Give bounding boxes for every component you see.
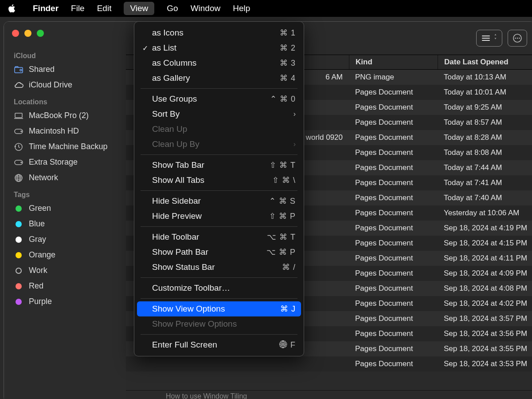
- chevron-updown-icon: ˄˅: [494, 35, 497, 42]
- menu-item-as-columns[interactable]: as Columns⌘ 3: [134, 55, 304, 71]
- menu-item-hide-sidebar[interactable]: Hide Sidebar⌃ ⌘ S: [134, 194, 304, 209]
- cell-kind: Pages Document: [349, 359, 438, 368]
- table-row[interactable]: Pages DocumentSep 18, 2024 at 3:53 PM: [126, 356, 532, 371]
- sidebar-item-green[interactable]: Green: [4, 201, 126, 216]
- sidebar-item-shared[interactable]: Shared: [4, 62, 126, 77]
- sidebar-item-time-machine-backup[interactable]: Time Machine Backup: [4, 139, 126, 154]
- more-button[interactable]: [508, 30, 527, 47]
- menu-item-label: Hide Preview: [152, 211, 269, 221]
- window-controls: [12, 30, 44, 37]
- tag-dot-icon: [14, 221, 23, 227]
- tag-dot-icon: [14, 299, 23, 305]
- menu-item-show-view-options[interactable]: Show View Options⌘ J: [137, 301, 301, 316]
- menu-item-sort-by[interactable]: Sort By›: [134, 107, 304, 122]
- sidebar-item-macintosh-hd[interactable]: Macintosh HD: [4, 123, 126, 139]
- menu-item-label: Show Preview Options: [152, 319, 296, 329]
- view-mode-button[interactable]: ˄˅: [476, 30, 502, 47]
- cell-kind: Pages Document: [349, 148, 438, 157]
- menubar-item-window[interactable]: Window: [191, 4, 221, 13]
- menubar: FinderFileEditViewGoWindowHelp: [0, 0, 532, 17]
- sidebar-item-label: Purple: [29, 297, 52, 306]
- cell-opened: Today at 10:01 AM: [438, 88, 532, 97]
- menubar-item-file[interactable]: File: [71, 4, 85, 13]
- sidebar-item-orange[interactable]: Orange: [4, 247, 126, 263]
- sidebar-item-macbook-pro-2-[interactable]: MacBook Pro (2): [4, 108, 126, 123]
- menu-item-label: Show Path Bar: [152, 247, 266, 257]
- cell-opened: Sep 18, 2024 at 3:57 PM: [438, 314, 532, 323]
- menu-shortcut: ⌘ 4: [280, 73, 296, 83]
- cell-kind: PNG image: [349, 73, 438, 82]
- cell-opened: Sep 18, 2024 at 3:56 PM: [438, 329, 532, 338]
- svg-rect-2: [15, 113, 22, 118]
- minimize-button[interactable]: [24, 30, 31, 37]
- network-icon: [14, 174, 23, 182]
- menu-item-use-groups[interactable]: Use Groups⌃ ⌘ 0: [134, 91, 304, 107]
- menu-item-as-gallery[interactable]: as Gallery⌘ 4: [134, 71, 304, 86]
- close-button[interactable]: [12, 30, 19, 37]
- menu-item-label: Sort By: [152, 109, 293, 119]
- sidebar-item-blue[interactable]: Blue: [4, 216, 126, 232]
- sidebar-item-extra-storage[interactable]: Extra Storage: [4, 154, 126, 170]
- menu-item-hide-toolbar[interactable]: Hide Toolbar⌥ ⌘ T: [134, 229, 304, 245]
- cloud-icon: [14, 82, 23, 89]
- menu-item-label: Show Tab Bar: [152, 160, 270, 170]
- menubar-item-edit[interactable]: Edit: [97, 4, 112, 13]
- menu-item-as-icons[interactable]: as Icons⌘ 1: [134, 25, 304, 40]
- cell-opened: Sep 18, 2024 at 3:53 PM: [438, 359, 532, 368]
- svg-point-7: [21, 162, 22, 163]
- menu-item-customize-toolbar-[interactable]: Customize Toolbar…: [134, 280, 304, 296]
- menu-item-enter-full-screen[interactable]: Enter Full Screen🌐︎ F: [134, 337, 304, 352]
- menubar-item-finder[interactable]: Finder: [33, 4, 59, 13]
- menu-item-label: Show Status Bar: [152, 262, 282, 272]
- menu-item-show-path-bar[interactable]: Show Path Bar⌥ ⌘ P: [134, 245, 304, 260]
- menu-item-clean-up-by: Clean Up By›: [134, 137, 304, 152]
- tag-dot-icon: [14, 237, 23, 243]
- menu-item-as-list[interactable]: ✓as List⌘ 2: [134, 40, 304, 55]
- menu-item-show-preview-options: Show Preview Options: [134, 316, 304, 332]
- menu-item-show-all-tabs[interactable]: Show All Tabs⇧ ⌘ \: [134, 173, 304, 188]
- cell-kind: Pages Document: [349, 254, 438, 263]
- external-icon: [14, 159, 23, 166]
- menu-item-hide-preview[interactable]: Hide Preview⇧ ⌘ P: [134, 209, 304, 224]
- menu-item-label: Clean Up: [152, 124, 296, 134]
- sidebar-item-label: Work: [29, 266, 47, 275]
- sidebar-item-icloud-drive[interactable]: iCloud Drive: [4, 77, 126, 93]
- laptop-icon: [14, 112, 23, 119]
- sidebar-section-icloud: iCloud: [4, 47, 126, 62]
- cell-kind: Pages Document: [349, 239, 438, 248]
- column-header-kind[interactable]: Kind: [349, 55, 438, 69]
- sidebar-item-red[interactable]: Red: [4, 278, 126, 294]
- menu-item-label: Hide Sidebar: [152, 196, 269, 206]
- checkmark-icon: ✓: [142, 44, 152, 52]
- sidebar-item-label: Green: [29, 204, 51, 213]
- menubar-item-go[interactable]: Go: [167, 4, 178, 13]
- zoom-button[interactable]: [37, 30, 44, 37]
- sidebar: iCloudSharediCloud DriveLocationsMacBook…: [4, 22, 126, 399]
- apple-logo-icon[interactable]: [8, 4, 16, 13]
- menu-item-show-status-bar[interactable]: Show Status Bar⌘ /: [134, 260, 304, 275]
- sidebar-item-work[interactable]: Work: [4, 263, 126, 278]
- menu-item-label: Clean Up By: [152, 139, 293, 149]
- menu-shortcut: ⌃ ⌘ 0: [270, 94, 296, 104]
- menubar-item-help[interactable]: Help: [233, 4, 250, 13]
- menu-item-label: as Icons: [152, 28, 280, 38]
- sidebar-item-purple[interactable]: Purple: [4, 294, 126, 309]
- menu-shortcut: ⇧ ⌘ P: [269, 211, 296, 221]
- list-icon: [482, 36, 490, 41]
- cell-kind: Pages Document: [349, 194, 438, 202]
- cell-opened: Today at 8:57 AM: [438, 118, 532, 127]
- sidebar-item-label: iCloud Drive: [29, 80, 72, 90]
- menu-shortcut: 🌐︎ F: [279, 340, 296, 350]
- sidebar-item-gray[interactable]: Gray: [4, 232, 126, 247]
- menubar-item-view[interactable]: View: [124, 2, 154, 15]
- cell-kind: Pages Document: [349, 103, 438, 112]
- column-header-opened[interactable]: Date Last Opened: [438, 55, 532, 69]
- cell-kind: Pages Document: [349, 344, 438, 353]
- menu-item-label: Enter Full Screen: [152, 340, 279, 350]
- cell-kind: Pages Document: [349, 329, 438, 338]
- menu-item-show-tab-bar[interactable]: Show Tab Bar⇧ ⌘ T: [134, 158, 304, 173]
- chevron-right-icon: ›: [293, 110, 296, 118]
- menu-shortcut: ⇧ ⌘ T: [270, 160, 296, 170]
- menu-item-label: Hide Toolbar: [152, 232, 267, 242]
- sidebar-item-network[interactable]: Network: [4, 170, 126, 186]
